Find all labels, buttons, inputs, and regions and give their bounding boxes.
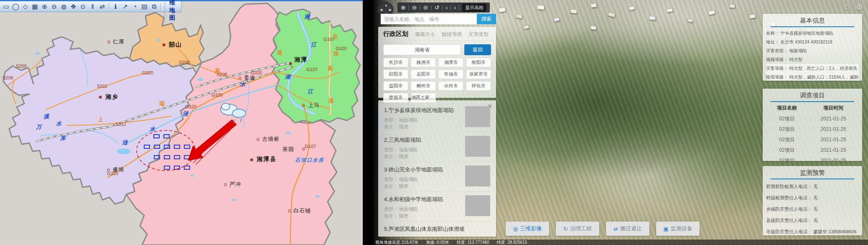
city-button[interactable]: 张家界市 (466, 69, 491, 79)
toolbar-separator: | (450, 5, 451, 10)
panel-title: 监测预警 (766, 168, 859, 179)
city-button[interactable]: 怀化市 (466, 81, 491, 91)
layer-button-三维影像[interactable]: ◍三维影像 (506, 222, 549, 236)
layer-button-监测设备[interactable]: ▣监测设备 (656, 222, 700, 236)
measure-distance-icon[interactable]: ▭ (2, 2, 10, 11)
info-row: 灾害等级： 特大型，死亡人口：2人，经济损失：250... (766, 64, 859, 73)
pan-left-icon[interactable]: ‹ (445, 4, 448, 11)
print-icon[interactable]: ⧉ (150, 2, 158, 11)
toolbar-separator (109, 3, 109, 10)
clock-icon[interactable]: ◔ (130, 2, 139, 11)
layer-button-label: 搬迁避让 (620, 225, 642, 232)
survey-table-row[interactable]: 02项目2021-01-25 (766, 113, 859, 124)
hazard-list-item[interactable]: 2.三凤地面塌陷类型： 地面塌陷备注： 隐患 (384, 134, 490, 160)
measure-polygon-icon[interactable]: ◇ (21, 2, 30, 11)
back-button[interactable]: 返回 (464, 44, 491, 55)
province-button[interactable]: 湖南省 (383, 44, 461, 55)
hazard-list-item[interactable]: 4.永和初级中学地面塌陷类型： 地面塌陷备注： 隐患 (384, 194, 490, 219)
save-icon[interactable]: ▤ (140, 2, 149, 11)
hazard-thumbnail[interactable] (465, 166, 490, 186)
tab-灾害类型[interactable]: 灾害类型 (468, 31, 489, 38)
hazard-thumbnail[interactable] (465, 136, 490, 157)
panel-title: 调查项目 (766, 90, 859, 101)
swap-layers-icon[interactable]: ⇄ (98, 2, 107, 11)
viewer-3d-pane[interactable]: ▲ ▼ ◀ ▶ ⊕|⊖|⊝|↺|‹|› | 显示高程 搜索 行政区划规模大小险情… (373, 0, 868, 245)
survey-table-row[interactable]: 02项目2021-01-25 (766, 124, 859, 134)
compass-east-icon[interactable]: ▶ (389, 8, 392, 12)
survey-table-row[interactable]: 02项目2021-01-25 (766, 145, 859, 155)
viewer-toolbar: ⊕|⊖|⊝|↺|‹|› | 显示高程 (397, 3, 490, 13)
city-button[interactable]: 永州市 (438, 81, 463, 91)
status-bar: 视角海拔高度:216.67米海拔:-0.00米经度: 113.777460纬度:… (373, 240, 868, 245)
layer-button-治理工程[interactable]: ↻治理工程 (556, 222, 599, 236)
zoom-in-icon[interactable]: ⊕ (40, 2, 49, 11)
city-button[interactable]: 长沙市 (383, 58, 408, 67)
city-button[interactable]: 衡阳市 (466, 58, 491, 67)
toolbar-separator (160, 3, 161, 10)
hazard-thumbnail[interactable] (465, 106, 490, 127)
status-item: 视角海拔高度:216.67米 (375, 240, 418, 245)
city-button[interactable]: 株洲市 (411, 58, 436, 67)
globe-icon[interactable]: ◍ (59, 2, 68, 11)
city-button[interactable]: 岳阳市 (411, 69, 436, 79)
zoom-out-icon[interactable]: ⊖ (50, 2, 59, 11)
tab-行政区划[interactable]: 行政区划 (383, 30, 408, 38)
layer-button-搬迁避让[interactable]: ⇄搬迁避让 (606, 222, 649, 236)
list-divider (384, 132, 490, 133)
zoom-out-icon[interactable]: ⊖ (412, 4, 417, 11)
city-button[interactable]: 湘潭市 (438, 58, 463, 67)
globe-icon: ◍ (513, 226, 518, 232)
info-row: 险情等级： 特大型，威胁人口：21934人，威胁财产... (766, 73, 859, 81)
title-underline (771, 101, 854, 102)
survey-table-row[interactable]: 02项目2021-01-25 (766, 134, 859, 145)
project-date-cell: 2021-01-25 (808, 135, 859, 145)
grid-icon[interactable]: ▦ (31, 2, 39, 11)
city-button[interactable]: 邵阳市 (383, 69, 408, 79)
pan-icon[interactable]: ✥ (69, 2, 78, 11)
search-input[interactable] (381, 14, 477, 24)
column-project-date: 项目时间 (808, 105, 859, 112)
reduce-icon[interactable]: ⊝ (423, 4, 428, 11)
home-icon[interactable]: ⌂ (845, 2, 849, 11)
monitor-row: 群测群防检测人电话： 无 (766, 181, 859, 192)
hazard-list-item[interactable]: 3.铁山完全小学地面塌陷类型： 地面塌陷备注： 隐患 (384, 164, 490, 190)
map-canvas[interactable] (0, 0, 363, 245)
survey-table-header: 项目名称 项目时间 (766, 104, 859, 113)
zoom-in-icon[interactable]: ⊕ (401, 4, 406, 11)
reset-view-icon[interactable]: ↺ (435, 4, 440, 11)
tab-规模大小[interactable]: 规模大小 (415, 31, 435, 38)
admin-division-panel: 行政区划规模大小险情等级灾害类型 湖南省 返回 长沙市株洲市湘潭市衡阳市邵阳市岳… (378, 27, 496, 98)
project-date-cell: 2021-01-25 (808, 145, 859, 155)
project-name-cell: 02项目 (766, 124, 808, 134)
measure-circle-icon[interactable]: ◯ (11, 2, 20, 11)
city-grid: 长沙市株洲市湘潭市衡阳市邵阳市岳阳市常德市张家界市益阳市郴州市永州市怀化市娄底市… (383, 58, 491, 102)
pan-right-icon[interactable]: › (454, 4, 456, 11)
toolbar-separator: | (442, 5, 443, 10)
survey-projects-panel: 调查项目 项目名称 项目时间 02项目2021-01-2502项目2021-01… (763, 89, 862, 161)
layer-buttons-bar: ◍三维影像↻治理工程⇄搬迁避让▣监测设备 (373, 222, 868, 237)
info-row: 灾害类型： 地面塌陷 (766, 46, 859, 55)
info-row: 地址： 长沙市 430124 430182119 (766, 38, 859, 46)
toolbar-separator: | (430, 5, 432, 10)
compass-north-icon[interactable]: ▲ (384, 3, 388, 7)
city-button[interactable]: 常德市 (438, 69, 463, 79)
hazard-thumbnail[interactable] (465, 195, 490, 216)
hazard-list-item[interactable]: 1.宁乡县煤炭坝地区地面塌陷类型： 地面塌陷备注： 隐患 (384, 105, 490, 130)
project-name-cell: 02项目 (766, 135, 808, 145)
tab-险情等级[interactable]: 险情等级 (442, 31, 462, 38)
city-button[interactable]: 益阳市 (383, 81, 408, 91)
hazard-list-panel: × 1.宁乡县煤炭坝地区地面塌陷类型： 地面塌陷备注： 隐患2.三凤地面塌陷类型… (378, 100, 496, 237)
status-item: 经度: 113.777460 (457, 240, 489, 245)
info-icon[interactable]: ℹ (111, 2, 120, 11)
show-elevation-button[interactable]: 显示高程 (462, 4, 486, 12)
search-button[interactable]: 搜索 (477, 14, 496, 24)
toolbar-separator: | (408, 5, 410, 10)
pause-icon[interactable]: ‖ (88, 2, 97, 11)
zoom-history-icon[interactable]: ⊙ (79, 2, 87, 11)
info-row: 名称： 宁乡县煤炭坝地区地面塌陷 (766, 29, 859, 38)
city-button[interactable]: 郴州市 (411, 81, 436, 91)
export-icon[interactable]: ↗ (121, 2, 130, 11)
survey-table-row[interactable]: 02项目2021-01-25 (766, 155, 859, 161)
globe-icon[interactable]: ◍ (856, 2, 863, 11)
compass-west-icon[interactable]: ◀ (380, 8, 382, 12)
